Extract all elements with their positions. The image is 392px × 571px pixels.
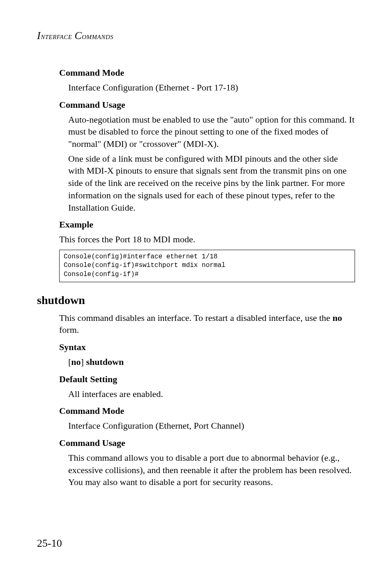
command-usage-heading-2: Command Usage [59,438,355,448]
shutdown-desc-part1: This command disables an interface. To r… [59,313,332,323]
syntax-body: [no] shutdown [68,356,355,368]
example-body: This forces the Port 18 to MDI mode. [59,233,355,246]
command-usage-p1: Auto-negotiation must be enabled to use … [68,114,355,150]
shutdown-desc-part2: form. [59,325,79,335]
command-mode-body-2: Interface Configuration (Ethernet, Port … [68,420,355,432]
default-setting-body: All interfaces are enabled. [68,388,355,400]
shutdown-description: This command disables an interface. To r… [59,312,355,336]
example-heading: Example [59,219,355,230]
page-header: Interface Commands [37,30,355,42]
command-mode-heading-1: Command Mode [59,67,355,78]
syntax-shutdown: shutdown [86,357,124,367]
command-mode-body-1: Interface Configuration (Ethernet - Port… [68,81,355,94]
shutdown-heading: shutdown [37,294,355,307]
command-usage-body-2: This command allows you to disable a por… [68,452,355,488]
syntax-no: no [71,357,81,367]
syntax-bracket-close: ] [81,357,86,367]
command-mode-heading-2: Command Mode [59,406,355,416]
shutdown-desc-no: no [332,313,342,323]
command-usage-heading-1: Command Usage [59,100,355,110]
page-number: 25-10 [37,537,62,550]
default-setting-heading: Default Setting [59,374,355,385]
syntax-heading: Syntax [59,342,355,353]
command-usage-p2: One side of a link must be configured wi… [68,153,355,214]
code-example: Console(config)#interface ethernet 1/18 … [59,250,355,282]
